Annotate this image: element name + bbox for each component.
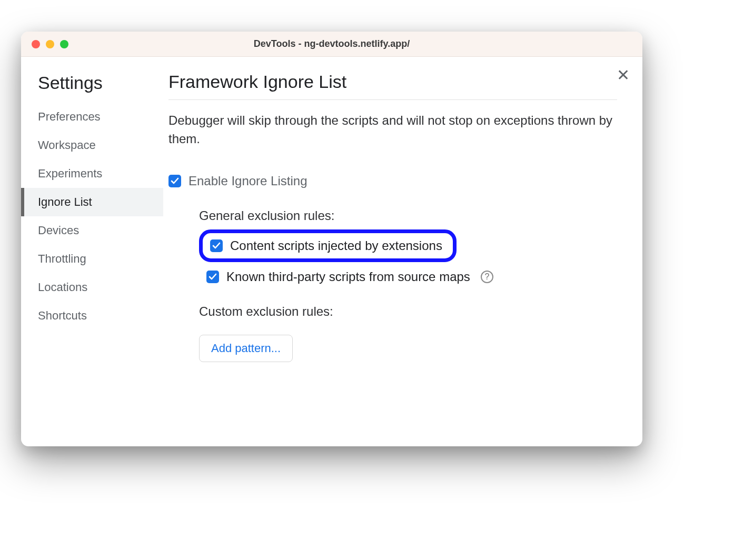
checkmark-icon bbox=[171, 177, 179, 185]
sidebar-item-shortcuts[interactable]: Shortcuts bbox=[21, 302, 163, 330]
settings-sidebar: Settings Preferences Workspace Experimen… bbox=[21, 57, 163, 446]
content-scripts-rule-row: Content scripts injected by extensions bbox=[199, 229, 457, 262]
window-titlebar: DevTools - ng-devtools.netlify.app/ bbox=[21, 32, 642, 57]
content-scripts-checkbox[interactable] bbox=[210, 239, 223, 252]
third-party-rule-row: Known third-party scripts from source ma… bbox=[206, 269, 617, 284]
close-settings-button[interactable]: ✕ bbox=[617, 67, 630, 83]
third-party-label: Known third-party scripts from source ma… bbox=[226, 269, 470, 284]
sidebar-item-locations[interactable]: Locations bbox=[21, 273, 163, 302]
window-title: DevTools - ng-devtools.netlify.app/ bbox=[21, 38, 642, 49]
page-title: Framework Ignore List bbox=[168, 72, 617, 100]
add-pattern-button[interactable]: Add pattern... bbox=[199, 335, 293, 362]
enable-ignore-listing-label: Enable Ignore Listing bbox=[189, 174, 308, 188]
sidebar-item-throttling[interactable]: Throttling bbox=[21, 245, 163, 273]
checkmark-icon bbox=[209, 273, 217, 281]
page-description: Debugger will skip through the scripts a… bbox=[168, 112, 617, 148]
sidebar-heading: Settings bbox=[21, 71, 163, 103]
sidebar-item-preferences[interactable]: Preferences bbox=[21, 103, 163, 131]
settings-window: DevTools - ng-devtools.netlify.app/ ✕ Se… bbox=[21, 32, 642, 446]
enable-ignore-listing-checkbox[interactable] bbox=[168, 175, 181, 187]
general-rules-heading: General exclusion rules: bbox=[199, 208, 617, 223]
content-scripts-label: Content scripts injected by extensions bbox=[230, 238, 442, 253]
sidebar-item-experiments[interactable]: Experiments bbox=[21, 159, 163, 188]
checkmark-icon bbox=[212, 242, 221, 250]
window-maximize-icon[interactable] bbox=[60, 40, 68, 48]
sidebar-item-ignore-list[interactable]: Ignore List bbox=[21, 188, 163, 216]
window-minimize-icon[interactable] bbox=[46, 40, 54, 48]
custom-rules-heading: Custom exclusion rules: bbox=[199, 304, 617, 319]
general-rules-group: Content scripts injected by extensions bbox=[199, 229, 617, 262]
sidebar-item-workspace[interactable]: Workspace bbox=[21, 131, 163, 159]
help-icon[interactable]: ? bbox=[481, 271, 493, 283]
sidebar-item-devices[interactable]: Devices bbox=[21, 216, 163, 245]
settings-main: Framework Ignore List Debugger will skip… bbox=[163, 57, 642, 446]
window-close-icon[interactable] bbox=[32, 40, 40, 48]
content-area: ✕ Settings Preferences Workspace Experim… bbox=[21, 57, 642, 446]
enable-ignore-listing-row: Enable Ignore Listing bbox=[168, 174, 617, 188]
third-party-checkbox[interactable] bbox=[206, 271, 219, 283]
traffic-lights bbox=[21, 40, 68, 48]
